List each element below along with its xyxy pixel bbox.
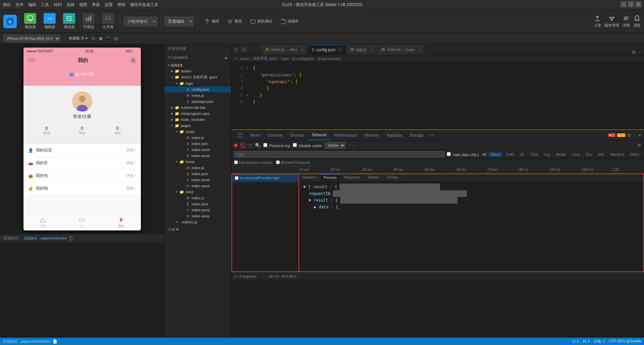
tab-close-1[interactable]: ✕ — [339, 48, 341, 52]
outline-section[interactable]: 大纲 ▶ — [164, 226, 231, 233]
filter-btn-img[interactable]: Img — [542, 152, 552, 157]
nav-back-btn[interactable]: ← — [248, 45, 254, 55]
tree-item-home[interactable]: ▼ 📁 home — [164, 159, 231, 165]
detail-tab-headers[interactable]: Headers — [299, 174, 320, 181]
editor-button[interactable]: </> 编辑器 — [41, 12, 58, 31]
maximize-button[interactable]: □ — [628, 1, 634, 7]
upload-button[interactable]: 上传 — [594, 15, 601, 28]
tree-item-mine-index-wxss[interactable]: W index.wxss — [164, 213, 231, 219]
footer-tab-mine[interactable]: 我的 — [118, 217, 124, 228]
request-row-0[interactable]: wx.cloud.callFunction.login — [232, 174, 299, 182]
breadcrumb-permissions[interactable]: {} permissions — [318, 57, 341, 61]
refresh-icon[interactable]: ↻ — [92, 36, 96, 41]
close-button[interactable]: ✕ — [635, 1, 641, 7]
split-editor-icon[interactable]: ⊞ — [632, 50, 636, 55]
preserve-log-input[interactable] — [263, 143, 267, 147]
clear-button[interactable]: 清缓存 — [277, 16, 301, 26]
cloud-button[interactable]: 云开发 — [99, 12, 117, 31]
debugger-button[interactable]: 调试器 — [60, 12, 78, 31]
tree-item-login[interactable]: ▼ 📁 login — [164, 80, 231, 86]
dt-tab-console[interactable]: Console — [264, 130, 286, 140]
blocked-req-input[interactable] — [276, 160, 280, 164]
tree-item-miniprogram-npm[interactable]: ▶ 📁 miniprogram-npm — [164, 111, 231, 117]
notify-button[interactable]: 消息 — [633, 15, 641, 28]
menu-item-info[interactable]: 👤 我的信息 内容 › — [23, 144, 141, 157]
code-content[interactable]: { "permissions": { "openapi": [ ] } — [250, 62, 641, 129]
network-body[interactable]: wx.cloud.callFunction.login Headers Prev… — [231, 174, 644, 272]
dt-dots-icon[interactable]: ⋮ — [633, 133, 637, 138]
mode-select-wrap[interactable]: 小程序模式 — [124, 17, 157, 26]
detail-tab-initiator[interactable]: Initiator — [364, 174, 383, 181]
menu-item-wechat[interactable]: 微信开发者工具 — [130, 2, 158, 8]
tab-close-2[interactable]: ✕ — [370, 48, 373, 52]
tree-item-could-index-json[interactable]: {} index.json — [164, 141, 231, 147]
menu-item-interface[interactable]: 界面 — [92, 2, 100, 8]
translate-button[interactable]: 编译 — [201, 16, 222, 26]
filter-btn-cloud[interactable]: Cloud — [488, 152, 502, 157]
record-button[interactable] — [234, 144, 237, 147]
menu-item-car[interactable]: 🚗 我的车 内容 › — [23, 157, 141, 169]
dt-tab-storage[interactable]: Storage — [406, 130, 427, 140]
filter-btn-css[interactable]: CSS — [528, 152, 540, 157]
tree-item-could-index-wxml[interactable]: X index.wxml — [164, 147, 231, 153]
minimize-button[interactable]: ─ — [621, 1, 627, 7]
tree-item-could-index-js[interactable]: JS index.js — [164, 135, 231, 141]
export-icon[interactable]: ↓ — [353, 143, 355, 148]
tree-item-could[interactable]: ▼ 📁 could — [164, 129, 231, 135]
menu-item-select[interactable]: 选择 — [66, 2, 74, 8]
dt-tab-inspect[interactable] — [234, 130, 246, 140]
tree-item-pages[interactable]: ▼ 📁 pages — [164, 123, 231, 129]
import-icon[interactable]: ↑ — [348, 143, 351, 148]
dt-tab-wxml[interactable]: Wxml — [247, 130, 264, 140]
dt-tab-more[interactable]: ›› — [428, 130, 437, 140]
breadcrumb-cloud[interactable]: cloud — [240, 57, 249, 61]
block-icon[interactable]: 🚫 — [240, 143, 246, 148]
tree-root-gozx[interactable]: ▼ GOZX — [164, 63, 231, 68]
dt-tab-sources[interactable]: Sources — [286, 130, 308, 140]
tree-item-home-index-wxml[interactable]: X index.wxml — [164, 177, 231, 183]
bookmark-icon[interactable] — [241, 45, 248, 55]
detail-tab-response[interactable]: Response — [340, 174, 364, 181]
fold-5[interactable]: ▼ — [245, 92, 250, 98]
header-back[interactable]: ··· — [28, 58, 36, 63]
dt-tab-network[interactable]: Network — [309, 130, 330, 140]
hide-data-urls-input[interactable] — [447, 152, 451, 156]
tree-item-mine-index-js[interactable]: JS index.js — [164, 195, 231, 201]
menu-item-help[interactable]: 帮助 — [117, 2, 125, 8]
filter-btn-doc[interactable]: Doc — [584, 152, 594, 157]
filter-btn-other[interactable]: Other — [628, 152, 641, 157]
tree-item-config-json[interactable]: {} config.json — [164, 86, 231, 92]
preserve-log-checkbox[interactable]: Preserve log — [263, 143, 290, 148]
tree-item-home-index-js[interactable]: JS index.js — [164, 165, 231, 171]
filter-btn-xhr[interactable]: XHR — [504, 152, 516, 157]
tab-index-login[interactable]: JS index.js ...\Login ✕ — [377, 45, 425, 55]
menu-item-settings[interactable]: 设置 — [105, 2, 113, 8]
filter-btn-media[interactable]: Media — [554, 152, 568, 157]
tree-item-custom-tab-bar[interactable]: ▶ 📁 custom-tab-bar — [164, 105, 231, 111]
tab-close-0[interactable]: ✕ — [301, 48, 304, 52]
header-more[interactable]: ● — [130, 57, 137, 64]
nav-forward-btn[interactable]: → — [254, 45, 261, 55]
req-checkbox[interactable] — [235, 176, 238, 180]
breadcrumb-env[interactable]: 当前环境: gozx — [253, 56, 277, 61]
filter-btn-ws[interactable]: WS — [596, 152, 606, 157]
search-icon[interactable]: 🔍 — [255, 143, 261, 148]
editor-scrollbar[interactable] — [641, 62, 644, 129]
tab-config-json[interactable]: {} config.json ✕ — [308, 45, 346, 55]
dt-tab-memory[interactable]: Memory — [361, 130, 382, 140]
footer-tab-cloud[interactable]: 云 — [79, 217, 85, 228]
simulator-button[interactable]: 模拟器 — [21, 12, 39, 31]
expand-icon[interactable]: ▶ — [225, 56, 228, 60]
menu-item-view[interactable]: 视图 — [79, 2, 87, 8]
filter-btn-all[interactable]: All — [482, 152, 486, 156]
compile-select[interactable]: 普通编辑 — [164, 17, 194, 26]
menu-item-file[interactable]: 文件 — [15, 2, 23, 8]
filter-btn-font[interactable]: Font — [570, 152, 582, 157]
detail-tab-timing[interactable]: Timing — [383, 174, 401, 181]
tree-item-eslintrc[interactable]: ● .eslintrc.js — [164, 219, 231, 225]
tree-item-could-index-wxss[interactable]: W index.wxss — [164, 153, 231, 159]
dt-tab-appdata[interactable]: AppData — [383, 130, 406, 140]
phone-icon[interactable]: 📱 — [106, 36, 111, 41]
tree-item-node-modules[interactable]: ▶ 📁 node_modules — [164, 117, 231, 123]
menu-item-goto[interactable]: 转到 — [54, 2, 62, 8]
